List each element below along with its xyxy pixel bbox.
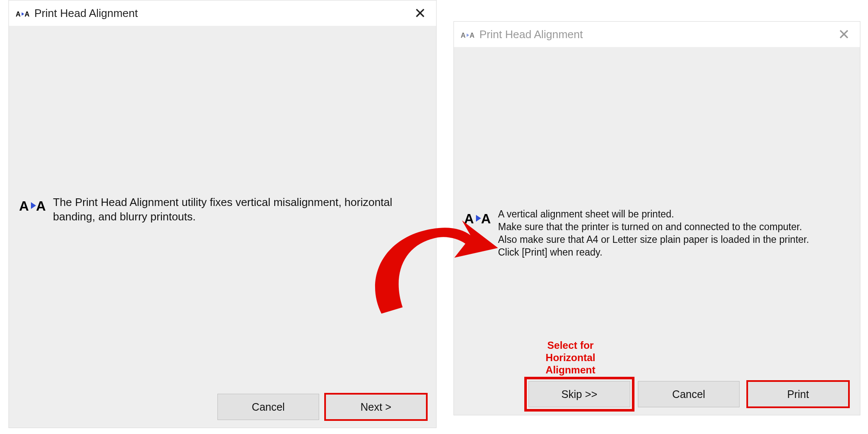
dialog-footer: Cancel Next > [217,394,427,420]
alignment-icon: A A [19,197,46,214]
svg-text:A: A [19,198,29,214]
titlebar: A A Print Head Alignment ✕ [9,0,436,26]
svg-text:A: A [25,11,30,18]
content-row: A A The Print Head Alignment utility fix… [9,195,411,224]
cancel-button[interactable]: Cancel [638,381,740,407]
close-icon[interactable]: ✕ [408,3,432,23]
title-left-group: A A Print Head Alignment [16,7,138,20]
dialog-message: The Print Head Alignment utility fixes v… [53,195,401,224]
svg-marker-7 [467,33,469,37]
dialog-body: A A A vertical alignment sheet will be p… [454,47,860,415]
alignment-icon: A A [16,9,30,19]
titlebar: A A Print Head Alignment ✕ [454,22,860,47]
alignment-icon: A A [461,31,475,40]
close-icon[interactable]: ✕ [832,25,856,44]
dialog-footer: Skip >> Cancel Print [529,381,849,407]
dialog-title: Print Head Alignment [34,7,138,20]
dialog-print-head-step2: A A Print Head Alignment ✕ A A A vertica… [453,21,860,415]
svg-marker-4 [31,202,36,209]
flow-arrow-icon [356,212,500,322]
svg-marker-1 [22,12,24,16]
next-button[interactable]: Next > [325,394,427,420]
cancel-button[interactable]: Cancel [217,394,319,420]
svg-text:A: A [36,198,46,214]
title-left-group: A A Print Head Alignment [461,28,583,41]
svg-text:A: A [470,32,475,39]
dialog-message: A vertical alignment sheet will be print… [498,208,820,259]
skip-button[interactable]: Skip >> [529,381,630,407]
content-row: A A A vertical alignment sheet will be p… [454,208,830,259]
svg-text:A: A [461,32,466,39]
print-button[interactable]: Print [747,381,849,407]
svg-text:A: A [16,11,21,18]
dialog-title: Print Head Alignment [479,28,583,41]
skip-annotation: Select for Horizontal Alignment [528,339,613,376]
